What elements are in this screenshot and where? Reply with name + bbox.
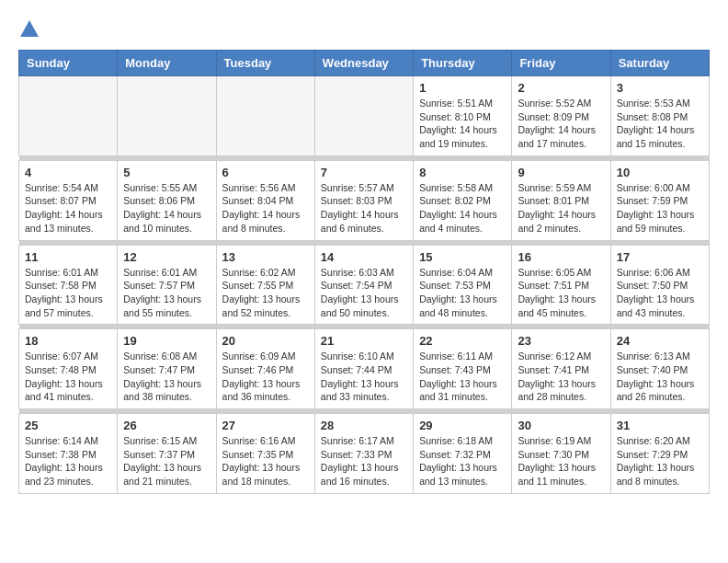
day-info: Sunrise: 6:10 AM Sunset: 7:44 PM Dayligh… [321,350,407,404]
calendar-cell: 17Sunrise: 6:06 AM Sunset: 7:50 PM Dayli… [610,245,709,325]
day-header-tuesday: Tuesday [216,51,314,76]
calendar-cell: 9Sunrise: 5:59 AM Sunset: 8:01 PM Daylig… [512,160,610,240]
day-number: 23 [518,334,604,348]
day-number: 16 [518,250,604,264]
calendar-cell: 27Sunrise: 6:16 AM Sunset: 7:35 PM Dayli… [216,414,314,494]
calendar-week-row: 18Sunrise: 6:07 AM Sunset: 7:48 PM Dayli… [19,329,710,409]
day-number: 2 [518,81,604,95]
calendar-cell: 10Sunrise: 6:00 AM Sunset: 7:59 PM Dayli… [610,160,709,240]
day-header-friday: Friday [512,51,610,76]
day-info: Sunrise: 5:51 AM Sunset: 8:10 PM Dayligh… [419,97,506,151]
day-info: Sunrise: 5:53 AM Sunset: 8:08 PM Dayligh… [617,97,703,151]
day-info: Sunrise: 6:08 AM Sunset: 7:47 PM Dayligh… [123,350,210,404]
calendar-cell: 24Sunrise: 6:13 AM Sunset: 7:40 PM Dayli… [610,329,709,409]
day-header-wednesday: Wednesday [314,51,413,76]
day-info: Sunrise: 6:02 AM Sunset: 7:55 PM Dayligh… [222,266,309,320]
calendar-cell: 2Sunrise: 5:52 AM Sunset: 8:09 PM Daylig… [512,76,610,156]
day-number: 31 [617,419,703,432]
day-info: Sunrise: 6:12 AM Sunset: 7:41 PM Dayligh… [518,350,604,404]
day-number: 24 [617,334,703,348]
day-header-saturday: Saturday [610,51,709,76]
day-info: Sunrise: 6:03 AM Sunset: 7:54 PM Dayligh… [321,266,407,320]
day-number: 10 [617,166,703,179]
day-info: Sunrise: 6:00 AM Sunset: 7:59 PM Dayligh… [617,181,703,236]
day-info: Sunrise: 5:52 AM Sunset: 8:09 PM Dayligh… [518,97,604,151]
day-number: 9 [518,166,604,179]
day-number: 13 [222,250,309,264]
calendar-cell: 26Sunrise: 6:15 AM Sunset: 7:37 PM Dayli… [118,414,216,494]
logo [18,18,44,40]
day-info: Sunrise: 5:58 AM Sunset: 8:02 PM Dayligh… [419,181,506,236]
calendar-cell: 8Sunrise: 5:58 AM Sunset: 8:02 PM Daylig… [414,160,512,240]
day-number: 6 [222,166,309,179]
day-number: 3 [617,81,703,95]
day-number: 21 [321,334,407,348]
day-number: 15 [419,250,506,264]
calendar-cell: 23Sunrise: 6:12 AM Sunset: 7:41 PM Dayli… [512,329,610,409]
day-number: 8 [419,166,506,179]
day-info: Sunrise: 6:05 AM Sunset: 7:51 PM Dayligh… [518,266,604,320]
calendar-week-row: 11Sunrise: 6:01 AM Sunset: 7:58 PM Dayli… [19,245,710,325]
header [18,18,710,40]
day-number: 12 [123,250,210,264]
day-info: Sunrise: 6:20 AM Sunset: 7:29 PM Dayligh… [617,434,703,488]
calendar-cell [216,76,314,156]
day-info: Sunrise: 6:11 AM Sunset: 7:43 PM Dayligh… [419,350,506,404]
calendar-cell: 6Sunrise: 5:56 AM Sunset: 8:04 PM Daylig… [216,160,314,240]
svg-marker-0 [20,20,39,37]
calendar-cell: 1Sunrise: 5:51 AM Sunset: 8:10 PM Daylig… [414,76,512,156]
day-info: Sunrise: 5:55 AM Sunset: 8:06 PM Dayligh… [123,181,210,236]
logo-icon [18,18,40,40]
calendar-cell: 25Sunrise: 6:14 AM Sunset: 7:38 PM Dayli… [19,414,118,494]
day-number: 7 [321,166,407,179]
day-number: 29 [419,419,506,432]
day-number: 4 [25,166,111,179]
calendar-cell: 15Sunrise: 6:04 AM Sunset: 7:53 PM Dayli… [414,245,512,325]
day-info: Sunrise: 6:18 AM Sunset: 7:32 PM Dayligh… [419,434,506,488]
day-info: Sunrise: 5:56 AM Sunset: 8:04 PM Dayligh… [222,181,309,236]
day-number: 22 [419,334,506,348]
calendar-cell: 31Sunrise: 6:20 AM Sunset: 7:29 PM Dayli… [610,414,709,494]
calendar-header-row: SundayMondayTuesdayWednesdayThursdayFrid… [19,51,710,76]
day-info: Sunrise: 6:16 AM Sunset: 7:35 PM Dayligh… [222,434,309,488]
day-info: Sunrise: 6:14 AM Sunset: 7:38 PM Dayligh… [25,434,111,488]
day-info: Sunrise: 5:54 AM Sunset: 8:07 PM Dayligh… [25,181,111,236]
calendar-week-row: 4Sunrise: 5:54 AM Sunset: 8:07 PM Daylig… [19,160,710,240]
day-info: Sunrise: 6:01 AM Sunset: 7:58 PM Dayligh… [25,266,111,320]
calendar-cell [314,76,413,156]
day-number: 5 [123,166,210,179]
day-info: Sunrise: 6:07 AM Sunset: 7:48 PM Dayligh… [25,350,111,404]
day-header-monday: Monday [118,51,216,76]
day-number: 25 [25,419,111,432]
day-info: Sunrise: 5:57 AM Sunset: 8:03 PM Dayligh… [321,181,407,236]
calendar-cell [118,76,216,156]
day-header-sunday: Sunday [19,51,118,76]
calendar-cell: 19Sunrise: 6:08 AM Sunset: 7:47 PM Dayli… [118,329,216,409]
calendar-cell: 3Sunrise: 5:53 AM Sunset: 8:08 PM Daylig… [610,76,709,156]
day-info: Sunrise: 6:19 AM Sunset: 7:30 PM Dayligh… [518,434,604,488]
day-info: Sunrise: 6:09 AM Sunset: 7:46 PM Dayligh… [222,350,309,404]
calendar-body: 1Sunrise: 5:51 AM Sunset: 8:10 PM Daylig… [19,76,710,494]
day-number: 30 [518,419,604,432]
day-number: 28 [321,419,407,432]
calendar-cell: 4Sunrise: 5:54 AM Sunset: 8:07 PM Daylig… [19,160,118,240]
calendar-cell: 11Sunrise: 6:01 AM Sunset: 7:58 PM Dayli… [19,245,118,325]
calendar-cell: 13Sunrise: 6:02 AM Sunset: 7:55 PM Dayli… [216,245,314,325]
calendar-week-row: 25Sunrise: 6:14 AM Sunset: 7:38 PM Dayli… [19,414,710,494]
day-number: 26 [123,419,210,432]
calendar-cell: 12Sunrise: 6:01 AM Sunset: 7:57 PM Dayli… [118,245,216,325]
calendar-cell [19,76,118,156]
calendar-week-row: 1Sunrise: 5:51 AM Sunset: 8:10 PM Daylig… [19,76,710,156]
calendar-cell: 16Sunrise: 6:05 AM Sunset: 7:51 PM Dayli… [512,245,610,325]
calendar-cell: 18Sunrise: 6:07 AM Sunset: 7:48 PM Dayli… [19,329,118,409]
calendar-cell: 14Sunrise: 6:03 AM Sunset: 7:54 PM Dayli… [314,245,413,325]
calendar-cell: 21Sunrise: 6:10 AM Sunset: 7:44 PM Dayli… [314,329,413,409]
calendar-cell: 29Sunrise: 6:18 AM Sunset: 7:32 PM Dayli… [414,414,512,494]
day-number: 27 [222,419,309,432]
day-number: 14 [321,250,407,264]
day-info: Sunrise: 6:17 AM Sunset: 7:33 PM Dayligh… [321,434,407,488]
day-number: 19 [123,334,210,348]
calendar-cell: 28Sunrise: 6:17 AM Sunset: 7:33 PM Dayli… [314,414,413,494]
day-info: Sunrise: 6:13 AM Sunset: 7:40 PM Dayligh… [617,350,703,404]
day-info: Sunrise: 6:04 AM Sunset: 7:53 PM Dayligh… [419,266,506,320]
